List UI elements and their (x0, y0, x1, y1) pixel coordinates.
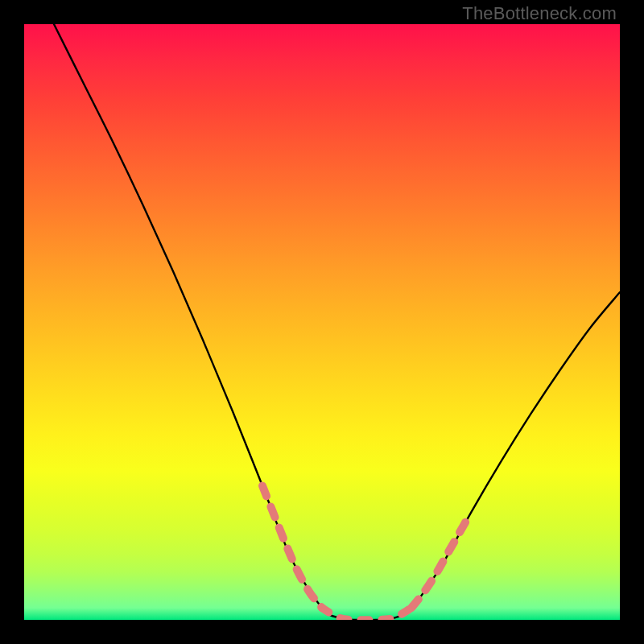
bottleneck-curve-svg (24, 24, 620, 620)
highlight-trough (322, 608, 411, 620)
bottleneck-curve-path (54, 24, 620, 620)
chart-frame: TheBottleneck.com (0, 0, 644, 644)
highlight-right (411, 513, 471, 608)
chart-plot-area (24, 24, 620, 620)
watermark-text: TheBottleneck.com (462, 3, 617, 24)
highlight-left (262, 486, 322, 609)
